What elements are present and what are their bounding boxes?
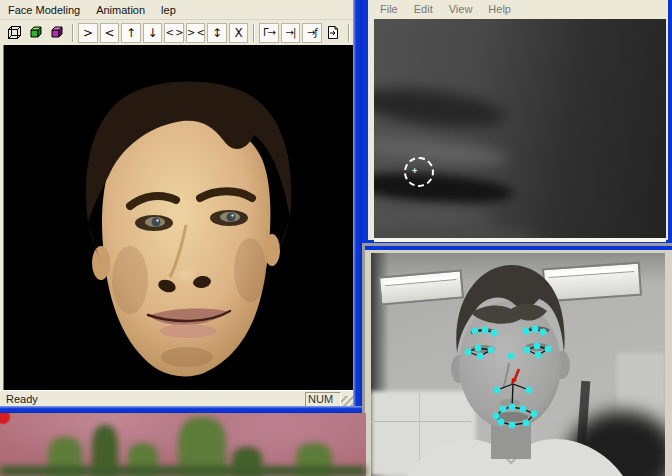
eyebrow-shading: [374, 82, 508, 134]
landmark-dot: [531, 411, 538, 418]
menu-item-edit[interactable]: Edit: [406, 1, 441, 17]
desktop-wallpaper: [0, 413, 366, 476]
solid-cube-green-button[interactable]: [26, 23, 45, 43]
landmark-dot: [477, 353, 484, 360]
import-page-button[interactable]: [324, 23, 343, 43]
menu-item-file[interactable]: File: [372, 1, 406, 17]
nudge-down-button[interactable]: ↓: [143, 23, 162, 43]
goto-start-button[interactable]: Γ→: [259, 23, 278, 43]
landmark-dot: [532, 326, 539, 333]
window-border: [0, 406, 362, 413]
pupil-selection-circle: [404, 157, 434, 187]
landmark-dot: [482, 327, 489, 334]
landmark-dot: [523, 328, 530, 335]
menubar: Face ModelingAnimationlep: [0, 0, 353, 20]
nudge-up-button[interactable]: ↑: [121, 23, 140, 43]
status-message: Ready: [6, 393, 38, 405]
toolbar-separator: [348, 24, 349, 42]
landmark-dot: [524, 347, 531, 354]
expand-horizontal-button[interactable]: < >: [164, 23, 183, 43]
model-viewport[interactable]: [3, 45, 353, 390]
nudge-right-button[interactable]: >: [78, 23, 97, 43]
window-inner-edge: [374, 238, 666, 242]
landmark-dot: [534, 343, 541, 350]
green-cube-icon: [29, 25, 44, 40]
menu-item-lep[interactable]: lep: [153, 2, 184, 18]
landmark-dot: [500, 406, 507, 413]
face-video-canvas[interactable]: [371, 253, 665, 476]
menubar: FileEditViewHelp: [368, 0, 668, 18]
toolbar-separator: [72, 24, 73, 42]
menu-item-view[interactable]: View: [441, 1, 481, 17]
goto-end-button[interactable]: →|: [281, 23, 300, 43]
nudge-left-button[interactable]: <: [100, 23, 119, 43]
face-modeling-window: Face ModelingAnimationlep ><↑↓< >> <↕XΓ→…: [0, 0, 362, 413]
landmark-dot: [526, 387, 533, 394]
animate-function-button[interactable]: →ƒ: [302, 23, 321, 43]
wireframe-cube-icon: [7, 25, 22, 40]
eye-video-canvas[interactable]: +: [374, 19, 666, 238]
purple-cube-icon: [50, 25, 65, 40]
face-model-render: [4, 45, 353, 390]
landmark-dot: [475, 345, 482, 352]
page-import-icon: [326, 25, 340, 40]
landmark-dot: [493, 413, 500, 420]
expand-vertical-button[interactable]: ↕: [207, 23, 226, 43]
landmark-dot: [509, 404, 516, 411]
wallpaper-foliage: [0, 466, 366, 476]
landmark-dot: [465, 349, 472, 356]
toolbar-separator: [253, 24, 254, 42]
eyelid-shading: [374, 133, 510, 169]
solid-cube-purple-button[interactable]: [48, 23, 67, 43]
menu-item-face-modeling[interactable]: Face Modeling: [0, 2, 88, 18]
landmark-dot: [523, 420, 530, 427]
contract-vertical-button[interactable]: X: [229, 23, 248, 43]
landmark-dot: [494, 387, 501, 394]
eye-tracker-window: FileEditViewHelp +: [362, 0, 672, 243]
landmark-dot: [488, 347, 495, 354]
toolbar: ><↑↓< >> <↕XΓ→→|→ƒ: [0, 20, 353, 45]
window-border: [353, 0, 362, 413]
landmark-dot: [509, 422, 516, 429]
wireframe-cube-button[interactable]: [5, 23, 24, 43]
contract-horizontal-button[interactable]: > <: [186, 23, 205, 43]
landmark-dot: [508, 353, 515, 360]
landmark-dot: [545, 346, 552, 353]
landmark-dot: [491, 330, 498, 337]
webcam-face-tracker-window: [365, 246, 672, 476]
menu-item-help[interactable]: Help: [480, 1, 519, 17]
desktop: Face ModelingAnimationlep ><↑↓< >> <↕XΓ→…: [0, 0, 672, 476]
menu-item-animation[interactable]: Animation: [88, 2, 153, 18]
landmark-line: [512, 384, 513, 407]
eye-shading: [374, 168, 515, 207]
landmark-overlay: [371, 253, 665, 476]
landmark-dot: [540, 329, 547, 336]
landmark-dot: [520, 406, 527, 413]
landmark-dot: [535, 352, 542, 359]
cheek-shading: [374, 224, 544, 238]
landmark-dot: [498, 419, 505, 426]
pupil-marker-icon: +: [412, 166, 417, 176]
landmark-dot: [472, 328, 479, 335]
